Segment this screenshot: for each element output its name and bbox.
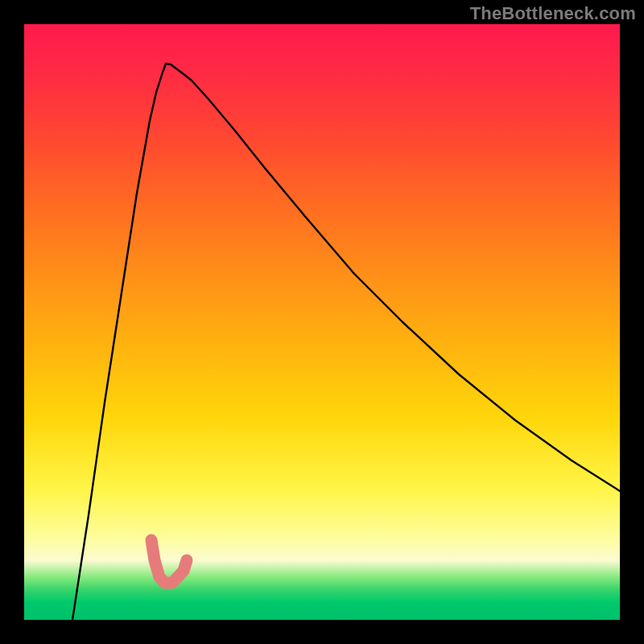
watermark-text: TheBottleneck.com [470, 3, 636, 24]
plot-area [24, 24, 620, 620]
valley-floor-marker [151, 540, 187, 583]
plot-svg [24, 24, 620, 620]
chart-frame: TheBottleneck.com [0, 0, 644, 644]
